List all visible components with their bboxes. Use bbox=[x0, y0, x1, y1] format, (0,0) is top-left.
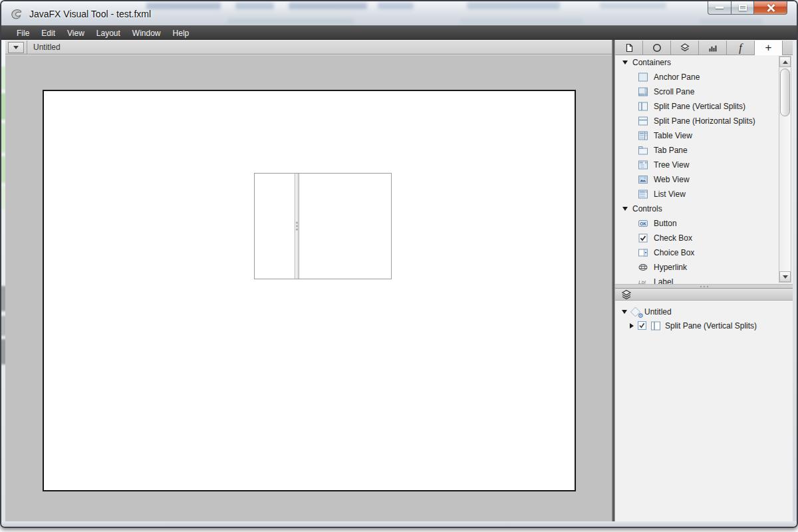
palette-item-split-pane-vertical[interactable]: Split Pane (Vertical Splits) bbox=[615, 99, 779, 114]
minimize-button[interactable] bbox=[708, 1, 731, 15]
desktop-reflection bbox=[700, 19, 763, 24]
gear-icon: ⚙ bbox=[638, 313, 644, 319]
chevron-down-icon bbox=[13, 46, 19, 49]
menu-bar: File Edit View Layout Window Help bbox=[1, 25, 797, 40]
tab-list-dropdown-button[interactable] bbox=[8, 42, 24, 53]
hyperlink-icon bbox=[638, 262, 648, 273]
scroll-down-button[interactable] bbox=[779, 271, 791, 282]
document-tab-strip: Untitled bbox=[5, 40, 612, 55]
expand-icon[interactable] bbox=[622, 310, 627, 314]
circle-icon bbox=[652, 43, 662, 53]
scrollbar-thumb[interactable] bbox=[780, 68, 790, 116]
palette-item-list-view[interactable]: List View bbox=[615, 187, 779, 201]
check-box-icon bbox=[638, 233, 648, 243]
window-frame-bottom bbox=[1, 521, 797, 527]
palette-item-hyperlink[interactable]: Hyperlink bbox=[615, 260, 779, 275]
hierarchy-item-label: Split Pane (Vertical Splits) bbox=[665, 321, 757, 331]
button-icon: OK bbox=[638, 218, 648, 229]
palette-item-scroll-pane[interactable]: Scroll Pane bbox=[615, 84, 779, 99]
item-label: Hyperlink bbox=[654, 263, 687, 272]
layers-icon bbox=[621, 289, 632, 300]
palette-item-split-pane-horizontal[interactable]: Split Pane (Horizontal Splits) bbox=[615, 114, 779, 128]
arrow-up-icon bbox=[783, 61, 788, 64]
menu-help[interactable]: Help bbox=[167, 26, 196, 40]
design-canvas[interactable] bbox=[5, 55, 612, 521]
barchart-icon bbox=[708, 43, 718, 53]
palette-item-anchor-pane[interactable]: Anchor Pane bbox=[615, 70, 779, 84]
menu-layout[interactable]: Layout bbox=[90, 26, 126, 40]
tab-add[interactable]: + bbox=[755, 41, 783, 56]
arrow-down-icon bbox=[783, 275, 788, 279]
tab-untitled[interactable]: Untitled bbox=[33, 43, 61, 52]
scroll-pane-icon bbox=[638, 86, 648, 97]
app-logo-icon bbox=[9, 7, 24, 21]
item-label: Split Pane (Vertical Splits) bbox=[654, 102, 745, 111]
palette-item-tab-pane[interactable]: Tab Pane bbox=[615, 143, 779, 158]
palette-item-check-box[interactable]: Check Box bbox=[615, 231, 779, 245]
hierarchy-split-pane-row[interactable]: Split Pane (Vertical Splits) bbox=[615, 319, 793, 332]
window-controls bbox=[708, 1, 787, 15]
tab-charts[interactable] bbox=[699, 41, 727, 55]
visibility-checkbox[interactable] bbox=[638, 321, 646, 330]
palette-scrollbar[interactable] bbox=[779, 56, 791, 283]
item-label: Anchor Pane bbox=[654, 72, 700, 82]
tabstrip-separator bbox=[27, 41, 27, 54]
svg-text:OK: OK bbox=[640, 221, 646, 226]
svg-text:Lbl: Lbl bbox=[638, 279, 646, 284]
scene-artboard[interactable] bbox=[43, 90, 576, 491]
scroll-up-button[interactable] bbox=[779, 57, 791, 67]
desktop-reflection bbox=[467, 2, 560, 9]
collapse-icon bbox=[622, 207, 628, 211]
menu-file[interactable]: File bbox=[11, 26, 35, 40]
tab-functions[interactable]: f bbox=[727, 41, 755, 55]
label-icon: Lbl bbox=[638, 277, 648, 284]
split-pane-horizontal-icon bbox=[638, 116, 648, 126]
menu-edit[interactable]: Edit bbox=[35, 26, 61, 40]
palette-item-table-view[interactable]: Table View bbox=[615, 128, 779, 143]
item-label: Tree View bbox=[654, 160, 689, 170]
section-controls[interactable]: Controls bbox=[615, 201, 779, 216]
tab-layers[interactable] bbox=[671, 41, 699, 55]
split-pane-divider[interactable] bbox=[295, 174, 299, 279]
section-containers[interactable]: Containers bbox=[615, 55, 779, 70]
split-pane-vertical-icon bbox=[638, 101, 648, 112]
item-label: Scroll Pane bbox=[654, 87, 694, 96]
menu-window[interactable]: Window bbox=[126, 26, 167, 40]
desktop-reflection bbox=[378, 3, 414, 9]
expand-icon[interactable] bbox=[630, 323, 634, 329]
maximize-button[interactable] bbox=[731, 1, 754, 15]
palette-item-choice-box[interactable]: Choice Box bbox=[615, 245, 779, 260]
close-button[interactable] bbox=[754, 1, 787, 15]
split-pane-vertical-icon bbox=[650, 321, 661, 331]
palette-item-tree-view[interactable]: Tree View bbox=[615, 158, 779, 172]
title-bar[interactable]: JavaFX Visual Tool - test.fxml bbox=[1, 1, 797, 25]
component-palette: Containers Anchor Pane Scroll Pan bbox=[615, 55, 793, 284]
section-label: Controls bbox=[632, 204, 662, 213]
section-label: Containers bbox=[632, 58, 671, 67]
tab-document[interactable] bbox=[615, 41, 643, 55]
collapse-icon bbox=[622, 61, 628, 65]
hierarchy-root-label: Untitled bbox=[644, 307, 672, 317]
palette-item-button[interactable]: OK Button bbox=[615, 216, 779, 231]
close-icon bbox=[766, 4, 775, 12]
item-label: Label bbox=[654, 277, 673, 284]
menu-view[interactable]: View bbox=[61, 26, 90, 40]
palette-item-web-view[interactable]: Web View bbox=[615, 172, 779, 187]
desktop-reflection bbox=[146, 3, 221, 9]
palette-toolbar: f + bbox=[615, 40, 793, 55]
divider-grip-icon bbox=[296, 222, 298, 231]
item-label: Choice Box bbox=[654, 248, 694, 257]
split-pane-preview[interactable] bbox=[254, 173, 392, 279]
item-label: Table View bbox=[654, 131, 692, 140]
add-icon: + bbox=[765, 42, 772, 53]
desktop-reflection bbox=[289, 3, 367, 9]
item-label: Split Pane (Horizontal Splits) bbox=[654, 116, 755, 126]
tree-view-icon bbox=[638, 160, 648, 170]
function-icon: f bbox=[739, 43, 741, 53]
palette-item-label[interactable]: Lbl Label bbox=[615, 275, 779, 284]
hierarchy-header bbox=[615, 288, 793, 301]
desktop-reflection bbox=[227, 19, 354, 24]
maximize-icon bbox=[739, 5, 747, 11]
tab-shapes[interactable] bbox=[643, 41, 671, 55]
hierarchy-root-row[interactable]: ⚙ Untitled bbox=[615, 305, 793, 319]
